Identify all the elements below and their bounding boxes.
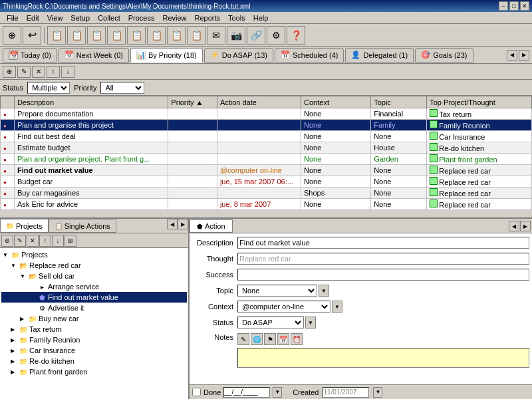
th-context[interactable]: Context: [301, 96, 371, 108]
menu-collect[interactable]: Collect: [94, 13, 124, 23]
th-description[interactable]: Description: [15, 96, 168, 108]
table-row[interactable]: ● Buy car magasines Shops None Replace r…: [1, 188, 532, 199]
maximize-button[interactable]: □: [509, 1, 519, 11]
left-tabs-scroll-right[interactable]: ▶: [178, 219, 188, 229]
topic-dropdown-arrow[interactable]: ▼: [319, 285, 329, 297]
tab-scheduled[interactable]: 📅 Scheduled (4): [275, 48, 344, 63]
table-row[interactable]: ● Ask Eric for advice jue, 8 mar 2007 No…: [1, 199, 532, 210]
context-dropdown-arrow[interactable]: ▼: [332, 301, 342, 313]
notes-textarea[interactable]: [237, 348, 529, 368]
small-btn-1[interactable]: ⊕: [3, 66, 16, 78]
toolbar-btn-5[interactable]: 📋: [87, 26, 106, 45]
topic-select[interactable]: None Financial Family House Garden: [237, 285, 317, 297]
status-filter-select[interactable]: Multiple Active Inactive: [27, 82, 70, 94]
left-tb-add[interactable]: ⊕: [1, 235, 13, 247]
small-btn-5[interactable]: ↓: [61, 66, 74, 78]
context-select[interactable]: @computer on-line None Shops: [237, 301, 331, 313]
table-row[interactable]: ● Find out market value @computer on-lin…: [1, 165, 532, 176]
menu-file[interactable]: File: [3, 13, 23, 23]
notes-btn-edit[interactable]: ✎: [237, 333, 249, 345]
expander-redo-kitchen[interactable]: ▶: [11, 358, 19, 364]
right-tabs-scroll-left[interactable]: ◀: [509, 221, 519, 231]
th-priority[interactable]: Priority ▲: [168, 96, 217, 108]
tab-nextweek[interactable]: 📅 Next Week (0): [59, 48, 129, 63]
created-date-arrow[interactable]: ▼: [373, 387, 382, 398]
menu-review[interactable]: Review: [158, 13, 190, 23]
tab-scroll-right[interactable]: ▶: [519, 50, 529, 61]
done-date-input[interactable]: [223, 387, 270, 398]
table-row[interactable]: ● Budget car jue, 15 mar 2007 06:... Non…: [1, 176, 532, 188]
close-button[interactable]: ✕: [520, 1, 529, 11]
th-topic[interactable]: Topic: [371, 96, 427, 108]
notes-btn-web[interactable]: 🌐: [251, 333, 263, 345]
thought-input[interactable]: [237, 253, 529, 265]
expander-projects-root[interactable]: ▼: [3, 252, 11, 258]
toolbar-btn-15[interactable]: ❓: [287, 26, 305, 45]
expander-replace-red-car[interactable]: ▼: [11, 263, 19, 269]
expander-car-insurance[interactable]: ▶: [11, 348, 19, 354]
toolbar-btn-12[interactable]: 📷: [227, 26, 245, 45]
expander-family-reunion[interactable]: ▶: [11, 337, 19, 343]
tab-today[interactable]: 📅 Today (0): [3, 48, 57, 63]
tab-scroll-left[interactable]: ◀: [507, 50, 517, 61]
menu-tools[interactable]: Tools: [224, 13, 249, 23]
left-tb-up[interactable]: ↑: [39, 235, 51, 247]
success-input[interactable]: [237, 269, 529, 281]
menu-reports[interactable]: Reports: [191, 13, 225, 23]
toolbar-btn-10[interactable]: 📋: [187, 26, 205, 45]
expander-buy-new-car[interactable]: ▶: [20, 316, 28, 322]
toolbar-btn-7[interactable]: 📋: [127, 26, 146, 45]
right-tabs-scroll-right[interactable]: ▶: [520, 221, 531, 231]
table-row[interactable]: ● Plan and organise this project None Fa…: [1, 120, 532, 131]
expander-plant-front-garden[interactable]: ▶: [11, 369, 19, 375]
table-row[interactable]: ● Find out best deal None None Car Insur…: [1, 131, 532, 142]
th-actiondate[interactable]: Action date: [217, 96, 301, 108]
toolbar-btn-9[interactable]: 📋: [167, 26, 186, 45]
small-btn-2[interactable]: ✎: [17, 66, 31, 78]
left-tabs-scroll-left[interactable]: ◀: [167, 219, 178, 229]
small-btn-3[interactable]: ✕: [32, 66, 45, 78]
toolbar-btn-14[interactable]: ⚙: [267, 26, 285, 45]
menu-setup[interactable]: Setup: [66, 13, 94, 23]
th-topproject[interactable]: Top Project/Thought: [427, 96, 532, 108]
toolbar-btn-13[interactable]: 🔗: [247, 26, 265, 45]
table-row[interactable]: ● Prepare documentation None Financial T…: [1, 108, 532, 120]
menu-help[interactable]: Help: [249, 13, 273, 23]
tree-item-redo-kitchen[interactable]: ▶ 📁 Re-do kitchen: [1, 356, 187, 366]
menu-edit[interactable]: Edit: [23, 13, 43, 23]
toolbar-btn-1[interactable]: ⊕: [3, 26, 21, 45]
left-tb-delete[interactable]: ✕: [27, 235, 39, 247]
menu-view[interactable]: View: [43, 13, 67, 23]
table-row[interactable]: ● Estimate budget None House Re-do kitch…: [1, 142, 532, 154]
tree-item-car-insurance[interactable]: ▶ 📁 Car Insurance: [1, 345, 187, 356]
tree-item-projects-root[interactable]: ▼ 📁 Projects: [1, 249, 187, 260]
done-checkbox[interactable]: [192, 388, 201, 396]
tab-goals[interactable]: 🎯 Goals (23): [415, 48, 473, 63]
left-tb-expand[interactable]: ⊞: [65, 235, 76, 247]
tree-item-plant-front-garden[interactable]: ▶ 📁 Plant front garden: [1, 366, 187, 377]
toolbar-btn-4[interactable]: 📋: [67, 26, 86, 45]
expander-sell-old-car[interactable]: ▼: [20, 273, 28, 279]
notes-btn-clock[interactable]: ⏰: [291, 333, 303, 345]
th-status[interactable]: [1, 96, 15, 108]
description-input[interactable]: [237, 237, 529, 249]
expander-tax-return[interactable]: ▶: [11, 327, 19, 332]
menu-process[interactable]: Process: [124, 13, 159, 23]
right-tab-action[interactable]: ⬟ Action: [190, 219, 233, 233]
tree-item-family-reunion[interactable]: ▶ 📁 Family Reunion: [1, 334, 187, 345]
tree-item-advertise-it[interactable]: ⚙ Advertise it: [1, 303, 187, 313]
tab-delegated[interactable]: 👤 Delegated (1): [345, 48, 414, 63]
toolbar-btn-11[interactable]: ✉: [207, 26, 225, 45]
toolbar-btn-8[interactable]: 📋: [147, 26, 166, 45]
tab-bypriority[interactable]: 📊 By Priority (18): [130, 48, 203, 63]
small-btn-4[interactable]: ↑: [47, 66, 60, 78]
left-tb-edit[interactable]: ✎: [14, 235, 26, 247]
toolbar-btn-2[interactable]: ↩: [23, 26, 41, 45]
notes-btn-calendar[interactable]: 📅: [277, 333, 289, 345]
tree-item-sell-old-car[interactable]: ▼ 📂 Sell old car: [1, 271, 187, 281]
minimize-button[interactable]: −: [499, 1, 508, 11]
tree-item-arrange-service[interactable]: ▸ Arrange service: [1, 281, 187, 292]
priority-filter-select[interactable]: All High Medium Low: [100, 82, 144, 94]
tab-doasap[interactable]: ⚡ Do ASAP (13): [204, 48, 273, 63]
tree-item-find-out-market-value[interactable]: ⬟ Find out market value: [1, 292, 187, 303]
